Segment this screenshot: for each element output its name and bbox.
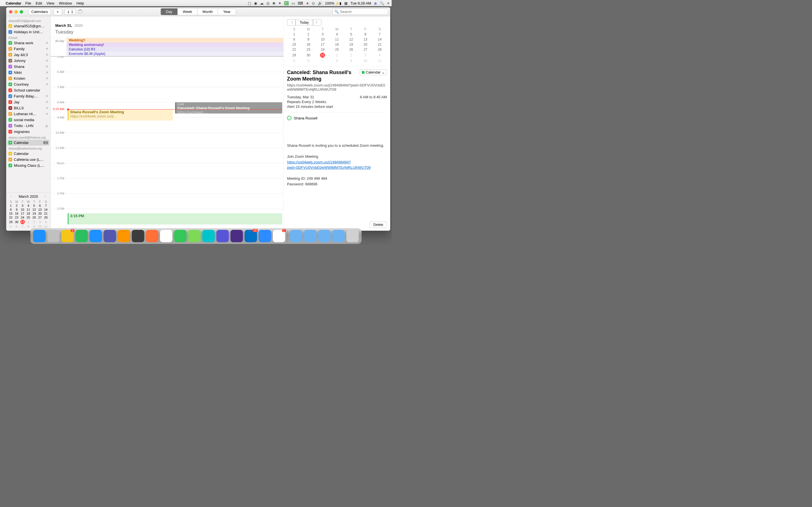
mini-day[interactable]: 17 <box>315 42 330 47</box>
zoom-link[interactable]: https://us04web.zoom.us/j/249498484?pwd=… <box>287 160 371 170</box>
mini-day[interactable]: 16 <box>301 42 316 47</box>
view-day[interactable]: Day <box>161 8 177 15</box>
mini-day[interactable]: 28 <box>43 216 49 219</box>
dock-cyan-app[interactable] <box>202 230 214 242</box>
search-input[interactable] <box>340 10 388 14</box>
dock-folder2[interactable] <box>304 230 316 242</box>
mini-day[interactable]: 4 <box>26 204 31 208</box>
calendars-button[interactable]: Calendars <box>28 8 51 15</box>
dock-teams[interactable] <box>103 230 116 242</box>
event-time[interactable]: 8 AM to 8:45 AM <box>360 95 387 99</box>
sidebar-calendar-item[interactable]: Trello - LHN⚠ <box>6 123 50 129</box>
mini-day[interactable]: 22 <box>287 47 301 52</box>
sidebar-calendar-item[interactable]: Cafeteria use (L… <box>6 157 50 163</box>
sidebar-calendar-item[interactable]: Calendar <box>6 151 50 157</box>
sidebar-calendar-item[interactable]: migraines <box>6 129 50 135</box>
dock-evernote[interactable] <box>75 230 88 242</box>
mini-day[interactable]: 26 <box>31 216 37 219</box>
mini-day[interactable]: 6 <box>14 224 20 228</box>
mini-day[interactable]: 10 <box>315 37 330 42</box>
mini-day[interactable]: 29 <box>287 52 301 58</box>
mini-day[interactable]: 3 <box>19 204 26 208</box>
menu-help[interactable]: Help <box>77 1 84 5</box>
mini-day[interactable]: 26 <box>344 47 358 52</box>
mini-day[interactable]: 2 <box>301 32 316 37</box>
menu-file[interactable]: File <box>26 1 31 5</box>
mini-day[interactable]: 10 <box>358 58 373 63</box>
mini-day[interactable]: 17 <box>19 212 26 216</box>
mini-day[interactable]: 6 <box>358 32 373 37</box>
calendar-checkbox[interactable] <box>8 89 12 92</box>
circle-icon[interactable]: ◎ <box>266 1 269 5</box>
mini-day[interactable]: 4 <box>330 32 344 37</box>
allday-event[interactable]: Evernote $8.49 (Apple) <box>66 52 283 56</box>
mini-day[interactable]: 20 <box>358 42 373 47</box>
bluetooth-icon[interactable]: ∗ <box>306 1 309 5</box>
sidebar-calendar-item[interactable]: Holidays in Unit… <box>6 29 50 35</box>
allday-event[interactable]: Wedding anniversary! <box>66 43 283 47</box>
mini-day[interactable]: 9 <box>14 208 20 212</box>
sidebar-calendar-item[interactable]: BILLS⤲ <box>6 105 50 111</box>
mini-day[interactable]: 12 <box>344 37 358 42</box>
mini-day[interactable]: 2 <box>14 204 20 208</box>
dock-outlook[interactable]: 18 <box>245 230 257 242</box>
mini-day[interactable]: 10 <box>19 208 26 212</box>
maximize-button[interactable] <box>20 10 23 13</box>
mini-day[interactable]: 15 <box>287 42 301 47</box>
calendar-checkbox[interactable] <box>8 76 12 80</box>
dock-chrome[interactable] <box>160 230 172 242</box>
view-week[interactable]: Week <box>177 8 197 15</box>
mini-day[interactable]: 5 <box>344 32 358 37</box>
event-alert[interactable]: Alert 15 minutes before start <box>287 105 387 109</box>
minimize-button[interactable] <box>14 10 18 13</box>
event-notes[interactable]: Shana Russell is inviting you to a sched… <box>287 143 387 187</box>
mini-day[interactable]: 11 <box>43 224 49 228</box>
dock-purple-star[interactable] <box>231 230 243 242</box>
mini-day[interactable]: 5 <box>287 58 301 63</box>
mini-day[interactable]: 25 <box>330 47 344 52</box>
mini-day[interactable]: 18 <box>330 42 344 47</box>
mini-day[interactable]: 16 <box>14 212 20 216</box>
mini-day[interactable]: 10 <box>37 224 43 228</box>
mini-day[interactable]: 11 <box>372 58 387 63</box>
clock[interactable]: Tue 8:28 AM <box>350 1 371 5</box>
mini-day[interactable]: 1 <box>287 32 301 37</box>
mini-day[interactable]: 9 <box>301 37 316 42</box>
calendar-checkbox[interactable] <box>8 65 12 68</box>
calendar-checkbox[interactable] <box>8 24 12 28</box>
sidebar-calendar-item[interactable]: Johnny⤲ <box>6 58 50 64</box>
mini-day[interactable]: 21 <box>43 212 49 216</box>
calendar-checkbox[interactable] <box>8 82 12 86</box>
event-title[interactable]: Canceled: Shana Russell's Zoom Meeting <box>287 69 357 82</box>
sidebar-calendar-item[interactable]: School calendar <box>6 87 50 93</box>
dock-folder1[interactable] <box>290 230 302 242</box>
close-button[interactable] <box>9 10 12 13</box>
mini-day[interactable]: 6 <box>301 58 316 63</box>
sidebar-calendar-item[interactable]: Family Bday…⤲ <box>6 93 50 99</box>
app-name[interactable]: Calendar <box>6 1 21 5</box>
mini-day[interactable]: 5 <box>31 204 37 208</box>
calendar-checkbox[interactable] <box>8 59 12 62</box>
event-url[interactable]: https://us04web.zoom.us/j/249498484?pwd=… <box>287 83 387 92</box>
mini-day[interactable]: 27 <box>358 47 373 52</box>
mini-day[interactable]: 7 <box>315 58 330 63</box>
inbox-button[interactable]: ⤓ 1 <box>64 9 75 15</box>
mini-day[interactable]: 13 <box>37 208 43 212</box>
mini-day[interactable]: 1 <box>8 204 14 208</box>
mini-day[interactable]: 7 <box>43 204 49 208</box>
notification-center-icon[interactable]: ≡ <box>387 1 389 5</box>
mini-day[interactable]: 12 <box>31 208 37 212</box>
mini-day[interactable]: 30 <box>14 219 20 224</box>
mini-day[interactable]: 7 <box>372 32 387 37</box>
coffee-icon[interactable]: ❀ <box>272 1 275 5</box>
sidebar-calendar-item[interactable]: Kristen⤲ <box>6 75 50 81</box>
calendar-checkbox[interactable] <box>8 158 12 161</box>
search-field[interactable]: 🔍 <box>333 8 388 15</box>
calendar-checkbox[interactable] <box>8 47 12 51</box>
mini-day[interactable]: 9 <box>344 58 358 63</box>
mini-day[interactable]: 3 <box>358 52 373 58</box>
sidebar-calendar-item[interactable]: Nikki⤲ <box>6 69 50 75</box>
spotlight-icon[interactable]: 🔍 <box>380 1 384 5</box>
dock-messages[interactable] <box>174 230 186 242</box>
mini-day[interactable]: 8 <box>330 58 344 63</box>
